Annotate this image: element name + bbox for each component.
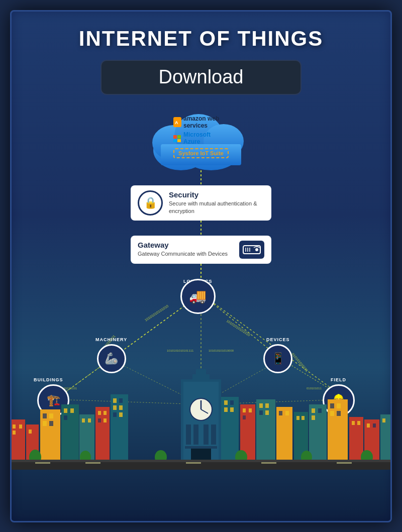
svg-text:1010101010101111: 1010101010101111 — [167, 349, 194, 352]
svg-rect-53 — [88, 418, 91, 422]
svg-rect-62 — [113, 405, 117, 410]
svg-rect-43 — [43, 413, 47, 418]
svg-rect-80 — [224, 400, 228, 405]
svg-rect-76 — [211, 424, 216, 445]
svg-rect-11 — [177, 139, 181, 142]
svg-rect-37 — [13, 424, 16, 429]
svg-rect-115 — [382, 418, 385, 422]
flow-area: A amazon web services Microsoft Azure — [131, 95, 271, 279]
svg-rect-38 — [13, 431, 16, 435]
security-icon-circle: 🔒 — [138, 190, 163, 216]
svg-rect-130 — [35, 462, 50, 464]
security-title: Security — [169, 190, 264, 199]
svg-rect-57 — [98, 418, 101, 422]
truck-icon: 🚚 — [189, 288, 207, 304]
security-desc: Secure with mutual authentication & encr… — [169, 200, 264, 216]
svg-rect-74 — [193, 424, 198, 445]
svg-text:101010101010000: 101010101010000 — [209, 349, 234, 352]
svg-rect-39 — [19, 424, 22, 429]
gateway-device-icon — [239, 241, 264, 259]
city-skyline — [10, 354, 392, 470]
svg-rect-65 — [119, 412, 123, 417]
cloud-section: A amazon web services Microsoft Azure — [131, 105, 271, 279]
svg-rect-94 — [279, 411, 282, 415]
svg-rect-73 — [186, 424, 191, 445]
svg-rect-61 — [119, 398, 123, 403]
logistics-node: LOGISTICS 🚚 — [183, 279, 213, 286]
svg-rect-93 — [276, 407, 292, 460]
logistics-icon-circle: 🚚 — [180, 279, 216, 314]
download-button[interactable]: Download — [100, 60, 301, 95]
svg-rect-87 — [243, 415, 246, 419]
svg-rect-83 — [230, 407, 234, 412]
svg-rect-112 — [367, 423, 370, 428]
svg-rect-95 — [285, 411, 289, 415]
connector-security-gateway — [200, 221, 202, 236]
gateway-desc: Gateway Communicate with Devices — [138, 250, 233, 258]
svg-rect-109 — [352, 421, 355, 425]
svg-rect-58 — [104, 418, 107, 422]
svg-rect-49 — [70, 408, 74, 413]
svg-text:10101010101010: 10101010101010 — [226, 318, 251, 337]
svg-rect-46 — [49, 421, 53, 426]
security-card: 🔒 Security Secure with mutual authentica… — [131, 185, 271, 221]
svg-rect-92 — [265, 410, 269, 415]
svg-rect-113 — [373, 423, 376, 428]
svg-rect-82 — [224, 407, 228, 412]
svg-rect-100 — [312, 408, 315, 413]
svg-rect-79 — [221, 397, 239, 460]
svg-rect-44 — [49, 413, 53, 418]
svg-rect-129 — [10, 460, 392, 462]
svg-rect-104 — [330, 403, 334, 408]
cloud-labels: A amazon web services Microsoft Azure — [173, 115, 229, 158]
svg-rect-64 — [113, 412, 117, 417]
svg-rect-81 — [230, 400, 234, 405]
svg-rect-134 — [337, 462, 352, 464]
book-cover: INTERNET OF THINGS Download — [10, 10, 392, 522]
svg-rect-48 — [64, 408, 67, 413]
svg-rect-56 — [104, 411, 107, 415]
lock-icon: 🔒 — [144, 196, 157, 209]
svg-rect-72 — [196, 369, 206, 375]
svg-rect-77 — [191, 447, 211, 460]
sysfore-label: Sysfore IoT Suite — [173, 148, 229, 158]
svg-rect-133 — [261, 462, 276, 464]
svg-rect-131 — [85, 462, 100, 464]
connector-gateway-nodes — [200, 264, 202, 279]
security-card-content: Security Secure with mutual authenticati… — [169, 190, 264, 216]
svg-rect-41 — [29, 430, 32, 434]
svg-rect-106 — [330, 411, 334, 416]
gateway-card-content: Gateway Gateway Communicate with Devices — [138, 241, 233, 258]
svg-rect-132 — [186, 462, 201, 464]
svg-rect-86 — [249, 408, 252, 412]
svg-rect-88 — [256, 399, 275, 460]
gateway-card: Gateway Gateway Communicate with Devices — [131, 236, 271, 264]
svg-text:A: A — [175, 120, 178, 125]
svg-rect-54 — [95, 407, 110, 460]
aws-label: A amazon web services — [173, 115, 229, 129]
svg-rect-45 — [43, 421, 47, 426]
svg-rect-55 — [98, 411, 101, 415]
svg-rect-85 — [243, 408, 246, 412]
devices-label: DEVICES — [266, 337, 290, 342]
machinery-node: MACHINERY 🦾 — [95, 344, 127, 351]
svg-rect-78 — [185, 446, 217, 449]
svg-rect-97 — [296, 416, 299, 420]
svg-point-16 — [255, 248, 258, 251]
nodes-section: 10101010101010 10101010101010 0101010101… — [10, 279, 392, 470]
svg-rect-59 — [111, 394, 128, 460]
svg-rect-9 — [177, 135, 181, 139]
svg-rect-91 — [259, 410, 263, 415]
svg-rect-10 — [173, 139, 177, 142]
azure-label: Microsoft Azure — [173, 131, 229, 145]
svg-rect-71 — [192, 374, 210, 381]
machinery-label: MACHINERY — [95, 337, 127, 342]
svg-rect-36 — [10, 419, 25, 460]
aws-icon: A — [173, 117, 181, 127]
cloud-shape: A amazon web services Microsoft Azure — [146, 105, 256, 170]
page-title: INTERNET OF THINGS — [79, 27, 323, 51]
svg-rect-50 — [64, 415, 67, 420]
connector-cloud-security — [200, 170, 202, 185]
devices-node: DEVICES 📱 — [266, 344, 290, 351]
gateway-title: Gateway — [138, 241, 233, 249]
